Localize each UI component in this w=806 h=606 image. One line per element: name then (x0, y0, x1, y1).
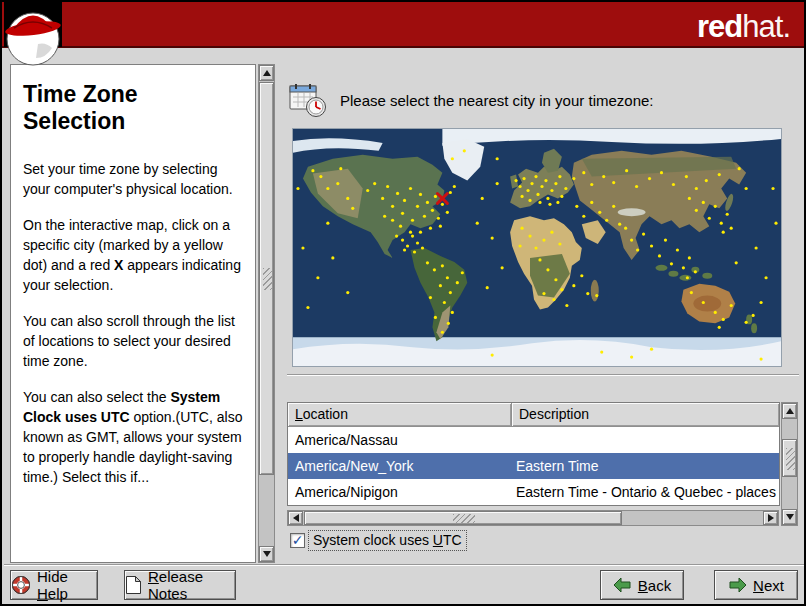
table-vscrollbar-thumb[interactable] (782, 439, 797, 477)
timezone-table: Location Description America/Nassau Amer… (287, 402, 780, 506)
up-arrow-icon (786, 408, 794, 414)
column-header-description[interactable]: Description (512, 403, 779, 427)
utc-label-mnemonic: U (433, 532, 443, 548)
utc-checkbox[interactable]: ✓ (290, 533, 305, 548)
prompt-text: Please select the nearest city in your t… (340, 92, 654, 109)
footer-divider (4, 564, 806, 566)
next-arrow-icon (728, 577, 747, 593)
table-scroll-right-button[interactable] (763, 511, 778, 525)
table-row-nipigon[interactable]: America/Nipigon Eastern Time - Ontario &… (288, 479, 779, 505)
help-scroll-up-button[interactable] (259, 65, 274, 81)
help-paragraph-1: Set your time zone by selecting your com… (23, 159, 245, 199)
hide-help-button[interactable]: Hide Help (10, 570, 98, 600)
table-hscrollbar-thumb[interactable] (304, 511, 622, 525)
help-paragraph-3: You can also scroll through the list of … (23, 311, 245, 371)
help-scrollbar-thumb[interactable] (259, 82, 274, 475)
table-scroll-down-button[interactable] (782, 509, 797, 525)
back-arrow-icon (613, 577, 632, 593)
cell-location: America/Nassau (288, 432, 512, 448)
location-label: ocation (303, 406, 348, 422)
calendar-clock-icon (288, 81, 328, 119)
cell-location: America/New_York (288, 458, 512, 474)
table-scroll-left-button[interactable] (288, 511, 303, 525)
table-vscrollbar[interactable] (781, 402, 798, 526)
up-arrow-icon (263, 70, 271, 76)
left-arrow-icon (293, 514, 299, 522)
back-button[interactable]: Back (600, 570, 684, 600)
table-header-row: Location Description (288, 403, 779, 427)
header-bar (2, 2, 804, 48)
redhat-wordmark: redhat. (697, 9, 790, 45)
redhat-shadowman-logo (4, 2, 68, 68)
installer-window: redhat. Time Zone Selection Set your tim… (0, 0, 806, 606)
scrollbar-grip (453, 514, 475, 523)
cell-description: Eastern Time (512, 458, 779, 474)
location-mnemonic: L (295, 406, 303, 422)
column-header-location[interactable]: Location (288, 403, 512, 427)
timezone-world-map[interactable] (292, 128, 782, 367)
help-panel: Time Zone Selection Set your time zone b… (10, 64, 256, 563)
back-label: Back (638, 577, 671, 594)
next-button[interactable]: Next (714, 570, 798, 600)
brand-light: hat. (742, 9, 790, 44)
right-arrow-icon (768, 514, 774, 522)
prompt-row: Please select the nearest city in your t… (288, 80, 654, 120)
hide-help-label: Hide Help (37, 568, 97, 602)
help-scrollbar[interactable] (258, 64, 275, 563)
table-hscrollbar[interactable] (287, 510, 779, 526)
release-notes-button[interactable]: Release Notes (124, 570, 236, 600)
utc-checkbox-row[interactable]: ✓ System clock uses UTC (290, 530, 467, 551)
map-table-divider (287, 374, 799, 376)
utc-label-pre: System clock uses (313, 532, 433, 548)
help-p2-bold-x: X (114, 257, 123, 273)
table-row-nassau[interactable]: America/Nassau (288, 427, 779, 453)
utc-checkbox-label[interactable]: System clock uses UTC (308, 530, 467, 551)
document-icon (125, 575, 142, 595)
next-label: Next (753, 577, 784, 594)
table-scroll-up-button[interactable] (782, 403, 797, 419)
scrollbar-grip (786, 448, 795, 470)
cell-location: America/Nipigon (288, 484, 512, 500)
release-notes-label: Release Notes (148, 568, 235, 602)
cell-description: Eastern Time - Ontario & Quebec - places… (512, 484, 779, 500)
down-arrow-icon (263, 551, 271, 557)
scrollbar-grip (263, 268, 272, 290)
help-paragraph-2: On the interactive map, click on a speci… (23, 215, 245, 295)
utc-label-post: TC (443, 532, 462, 548)
brand-bold: red (697, 9, 742, 44)
help-paragraph-4: You can also select the System Clock use… (23, 387, 245, 487)
down-arrow-icon (786, 514, 794, 520)
help-scroll-down-button[interactable] (259, 546, 274, 562)
table-row-new-york-selected[interactable]: America/New_York Eastern Time (288, 453, 779, 479)
help-p4-pre: You can also select the (23, 389, 170, 405)
life-ring-icon (11, 575, 31, 595)
page-title: Time Zone Selection (23, 81, 245, 135)
